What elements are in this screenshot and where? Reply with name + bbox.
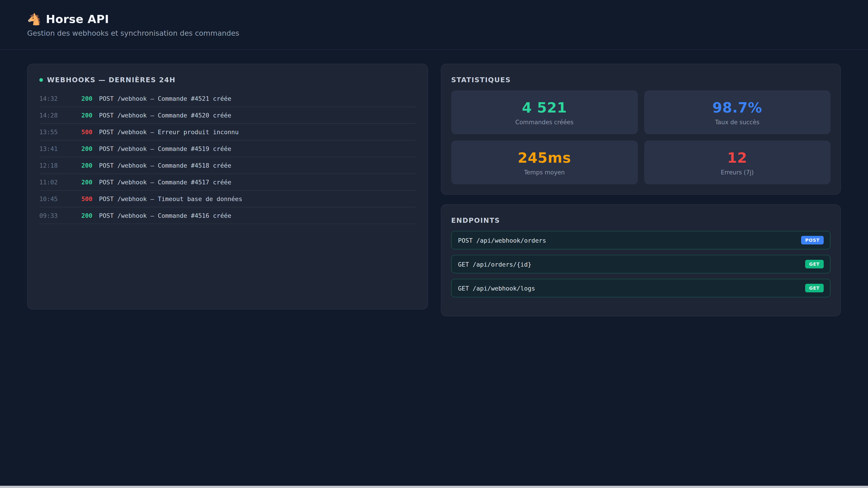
endpoint-path: POST /api/webhook/orders	[458, 236, 546, 244]
right-column: STATISTIQUES 4 521 Commandes créées 98.7…	[441, 64, 841, 316]
webhooks-panel-header: WEBHOOKS — DERNIÈRES 24H	[39, 76, 416, 84]
log-status-code: 200	[81, 212, 99, 219]
page-title: 🐴 Horse API	[27, 13, 841, 26]
log-message: POST /webhook — Commande #4517 créée	[99, 178, 416, 186]
log-message: POST /webhook — Commande #4520 créée	[99, 111, 416, 119]
webhooks-panel-title: WEBHOOKS — DERNIÈRES 24H	[47, 76, 176, 84]
log-row: 14:28 200 POST /webhook — Commande #4520…	[39, 107, 416, 124]
stat-label: Erreurs (7j)	[721, 169, 754, 175]
stat-card: 245ms Temps moyen	[451, 140, 638, 184]
stat-cards-grid: 4 521 Commandes créées 98.7% Taux de suc…	[451, 90, 831, 184]
log-row: 14:32 200 POST /webhook — Commande #4521…	[39, 90, 416, 107]
log-status-code: 200	[81, 145, 99, 152]
stat-value: 4 521	[522, 99, 567, 116]
log-message: POST /webhook — Commande #4516 créée	[99, 212, 416, 219]
log-message: POST /webhook — Timeout base de données	[99, 195, 416, 202]
stat-label: Commandes créées	[515, 119, 574, 125]
app-subtitle: Gestion des webhooks et synchronisation …	[27, 29, 841, 37]
log-status-code: 200	[81, 162, 99, 169]
log-status-code: 200	[81, 111, 99, 119]
log-row: 11:02 200 POST /webhook — Commande #4517…	[39, 174, 416, 191]
log-message: POST /webhook — Commande #4521 créée	[99, 95, 416, 102]
endpoint-row[interactable]: GET /api/orders/{id} GET	[451, 255, 831, 273]
endpoints-panel-title: ENDPOINTS	[451, 217, 831, 225]
stats-panel-title: STATISTIQUES	[451, 76, 831, 84]
log-row: 13:41 200 POST /webhook — Commande #4519…	[39, 140, 416, 157]
app-root: 🐴 Horse API Gestion des webhooks et sync…	[0, 0, 868, 488]
log-status-code: 500	[81, 128, 99, 135]
endpoints-panel: ENDPOINTS POST /api/webhook/orders POST …	[441, 204, 841, 316]
log-row: 13:55 500 POST /webhook — Erreur produit…	[39, 124, 416, 140]
stat-value: 245ms	[518, 149, 571, 166]
stat-value: 12	[727, 149, 747, 166]
stat-card: 12 Erreurs (7j)	[644, 140, 831, 184]
stat-value: 98.7%	[712, 99, 762, 116]
stat-card: 4 521 Commandes créées	[451, 90, 638, 134]
horse-icon: 🐴	[27, 13, 41, 26]
endpoint-list: POST /api/webhook/orders POST GET /api/o…	[451, 231, 831, 297]
log-time: 10:45	[39, 195, 81, 202]
endpoint-method-badge: GET	[805, 260, 824, 268]
main-content: WEBHOOKS — DERNIÈRES 24H 14:32 200 POST …	[0, 50, 868, 316]
log-time: 12:18	[39, 162, 81, 169]
stat-label: Taux de succès	[715, 119, 760, 125]
log-time: 13:41	[39, 145, 81, 152]
log-row: 10:45 500 POST /webhook — Timeout base d…	[39, 191, 416, 207]
log-message: POST /webhook — Commande #4518 créée	[99, 162, 416, 169]
stats-panel: STATISTIQUES 4 521 Commandes créées 98.7…	[441, 64, 841, 195]
stat-card: 98.7% Taux de succès	[644, 90, 831, 134]
log-row: 09:33 200 POST /webhook — Commande #4516…	[39, 207, 416, 224]
endpoint-path: GET /api/webhook/logs	[458, 285, 535, 292]
log-message: POST /webhook — Commande #4519 créée	[99, 145, 416, 152]
log-time: 13:55	[39, 128, 81, 135]
app-title-text: Horse API	[46, 13, 109, 26]
webhooks-panel: WEBHOOKS — DERNIÈRES 24H 14:32 200 POST …	[27, 64, 428, 310]
log-status-code: 200	[81, 95, 99, 102]
log-message: POST /webhook — Erreur produit inconnu	[99, 128, 416, 135]
log-status-code: 500	[81, 195, 99, 202]
endpoint-row[interactable]: POST /api/webhook/orders POST	[451, 231, 831, 250]
endpoint-method-badge: GET	[805, 284, 824, 292]
header: 🐴 Horse API Gestion des webhooks et sync…	[0, 0, 868, 50]
log-time: 11:02	[39, 178, 81, 186]
log-time: 14:32	[39, 95, 81, 102]
log-status-code: 200	[81, 178, 99, 186]
log-time: 14:28	[39, 111, 81, 119]
live-status-dot-icon	[39, 78, 43, 82]
log-time: 09:33	[39, 212, 81, 219]
stat-label: Temps moyen	[524, 169, 565, 175]
endpoint-path: GET /api/orders/{id}	[458, 260, 531, 268]
log-row: 12:18 200 POST /webhook — Commande #4518…	[39, 157, 416, 174]
screen-bottom-edge	[0, 486, 868, 488]
endpoint-method-badge: POST	[801, 236, 824, 245]
endpoint-row[interactable]: GET /api/webhook/logs GET	[451, 279, 831, 297]
webhook-log-list: 14:32 200 POST /webhook — Commande #4521…	[39, 90, 416, 224]
